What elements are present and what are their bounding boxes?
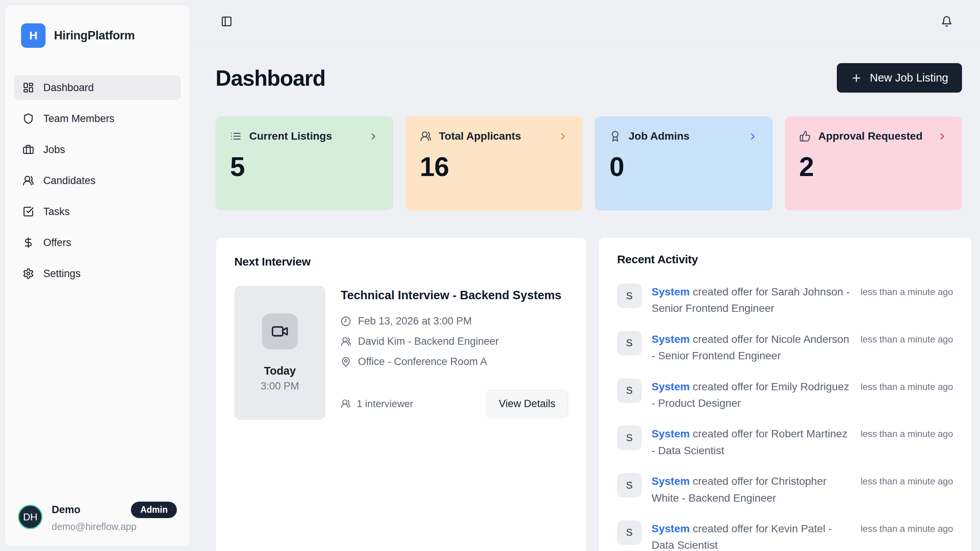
user-info: Demo Admin demo@hireflow.app bbox=[52, 502, 177, 532]
users-icon bbox=[23, 175, 34, 186]
clock-icon bbox=[341, 316, 351, 326]
panel-left-icon bbox=[221, 16, 232, 27]
stat-card-approval-requested[interactable]: Approval Requested 2 bbox=[785, 116, 962, 210]
activity-avatar: S bbox=[617, 331, 642, 355]
chevron-right-icon bbox=[558, 131, 568, 142]
sidebar-item-team-members[interactable]: Team Members bbox=[14, 106, 181, 131]
stats-row: Current Listings 5 Total Applicants 16 J… bbox=[216, 116, 962, 210]
sidebar-item-candidates[interactable]: Candidates bbox=[14, 168, 181, 193]
view-details-button[interactable]: View Details bbox=[486, 390, 568, 418]
activity-message: System created offer for Kevin Patel - D… bbox=[652, 520, 851, 551]
sidebar-user: DH Demo Admin demo@hireflow.app bbox=[14, 502, 181, 532]
user-email: demo@hireflow.app bbox=[52, 521, 177, 532]
dollar-icon bbox=[23, 237, 34, 248]
interview-location-row: Office - Conference Room A bbox=[341, 356, 568, 368]
activity-avatar: S bbox=[617, 378, 642, 403]
activity-time: less than a minute ago bbox=[861, 425, 953, 459]
layout-dashboard-icon bbox=[23, 82, 34, 93]
video-icon bbox=[271, 323, 289, 340]
activity-actor-link[interactable]: System bbox=[652, 475, 690, 487]
notifications-button[interactable] bbox=[941, 16, 952, 27]
stat-label: Job Admins bbox=[629, 130, 689, 142]
sidebar-item-label: Dashboard bbox=[43, 82, 94, 94]
activity-message: System created offer for Emily Rodriguez… bbox=[652, 378, 851, 412]
stat-card-job-admins[interactable]: Job Admins 0 bbox=[595, 116, 773, 210]
activity-time: less than a minute ago bbox=[861, 331, 953, 364]
stat-label: Current Listings bbox=[249, 130, 332, 142]
sidebar-nav: Dashboard Team Members Jobs Candidates T… bbox=[14, 75, 181, 292]
chevron-right-icon bbox=[937, 131, 947, 142]
sidebar-item-label: Offers bbox=[43, 237, 71, 249]
activity-row: S System created offer for Sarah Johnson… bbox=[617, 284, 953, 317]
interview-info: Technical Interview - Backend Systems Fe… bbox=[341, 286, 568, 420]
interview-day-label: Today bbox=[264, 365, 296, 377]
activity-message: System created offer for Robert Martinez… bbox=[652, 425, 851, 459]
app-logo-letter: H bbox=[29, 29, 38, 42]
chevron-right-icon bbox=[748, 131, 758, 142]
stat-label: Total Applicants bbox=[439, 130, 521, 142]
interview-location: Office - Conference Room A bbox=[358, 356, 487, 368]
topbar bbox=[196, 0, 980, 43]
activity-actor-link[interactable]: System bbox=[652, 428, 690, 440]
stat-value: 16 bbox=[420, 152, 568, 182]
stat-value: 5 bbox=[230, 152, 379, 182]
activity-message: System created offer for Christopher Whi… bbox=[652, 473, 851, 506]
video-icon-tile bbox=[262, 313, 298, 349]
bell-icon bbox=[941, 16, 952, 27]
users-icon bbox=[420, 130, 431, 142]
activity-time: less than a minute ago bbox=[861, 378, 953, 412]
activity-actor-link[interactable]: System bbox=[652, 286, 690, 298]
stat-label: Approval Requested bbox=[818, 130, 923, 142]
stat-value: 0 bbox=[609, 152, 758, 182]
activity-time: less than a minute ago bbox=[861, 284, 953, 317]
interview-candidate-row: David Kim - Backend Engineer bbox=[341, 336, 568, 347]
activity-row: S System created offer for Emily Rodrigu… bbox=[617, 378, 953, 412]
interviewer-count-label: 1 interviewer bbox=[357, 398, 413, 410]
activity-actor-link[interactable]: System bbox=[652, 523, 690, 535]
interview-thumbnail: Today 3:00 PM bbox=[234, 286, 325, 420]
app-logo: H HiringPlatform bbox=[14, 23, 181, 48]
stat-card-current-listings[interactable]: Current Listings 5 bbox=[216, 116, 393, 210]
activity-avatar: S bbox=[617, 520, 642, 545]
activity-row: S System created offer for Nicole Anders… bbox=[617, 331, 953, 364]
app-name: HiringPlatform bbox=[54, 29, 135, 42]
activity-list: S System created offer for Sarah Johnson… bbox=[617, 284, 953, 551]
interview-candidate: David Kim - Backend Engineer bbox=[358, 336, 499, 347]
award-icon bbox=[609, 130, 621, 142]
interview-title: Technical Interview - Backend Systems bbox=[341, 287, 563, 305]
avatar-initials: DH bbox=[23, 511, 38, 523]
sidebar-item-offers[interactable]: Offers bbox=[14, 230, 181, 255]
activity-time: less than a minute ago bbox=[861, 473, 953, 506]
activity-row: S System created offer for Kevin Patel -… bbox=[617, 520, 953, 551]
activity-actor-link[interactable]: System bbox=[652, 381, 690, 393]
interviewer-count: 1 interviewer bbox=[341, 398, 413, 410]
sidebar-item-label: Settings bbox=[43, 268, 81, 280]
next-interview-panel: Next Interview Today 3:00 PM Technical I… bbox=[216, 237, 587, 551]
page-title: Dashboard bbox=[216, 65, 325, 91]
activity-avatar: S bbox=[617, 473, 642, 497]
sidebar-item-dashboard[interactable]: Dashboard bbox=[14, 75, 181, 100]
map-pin-icon bbox=[341, 357, 351, 367]
sidebar-item-tasks[interactable]: Tasks bbox=[14, 199, 181, 224]
new-job-listing-button[interactable]: New Job Listing bbox=[837, 63, 962, 93]
activity-time: less than a minute ago bbox=[861, 520, 953, 551]
sidebar-item-label: Jobs bbox=[43, 144, 65, 156]
sidebar-item-label: Team Members bbox=[43, 113, 114, 125]
briefcase-icon bbox=[23, 144, 34, 155]
sidebar-item-label: Candidates bbox=[43, 175, 96, 187]
list-icon bbox=[230, 130, 242, 142]
role-badge: Admin bbox=[131, 502, 177, 518]
stat-card-total-applicants[interactable]: Total Applicants 16 bbox=[405, 116, 583, 210]
activity-row: S System created offer for Robert Martin… bbox=[617, 425, 953, 459]
sidebar-item-jobs[interactable]: Jobs bbox=[14, 137, 181, 162]
recent-activity-title: Recent Activity bbox=[617, 253, 953, 266]
activity-avatar: S bbox=[617, 425, 642, 450]
content: Dashboard New Job Listing Current Listin… bbox=[196, 63, 980, 551]
app-logo-mark: H bbox=[21, 23, 46, 48]
sidebar-item-label: Tasks bbox=[43, 206, 70, 218]
sidebar-toggle-button[interactable] bbox=[221, 16, 232, 27]
sidebar-item-settings[interactable]: Settings bbox=[14, 261, 181, 286]
new-job-listing-label: New Job Listing bbox=[870, 72, 948, 84]
activity-actor-link[interactable]: System bbox=[652, 333, 690, 345]
chevron-right-icon bbox=[368, 131, 379, 142]
